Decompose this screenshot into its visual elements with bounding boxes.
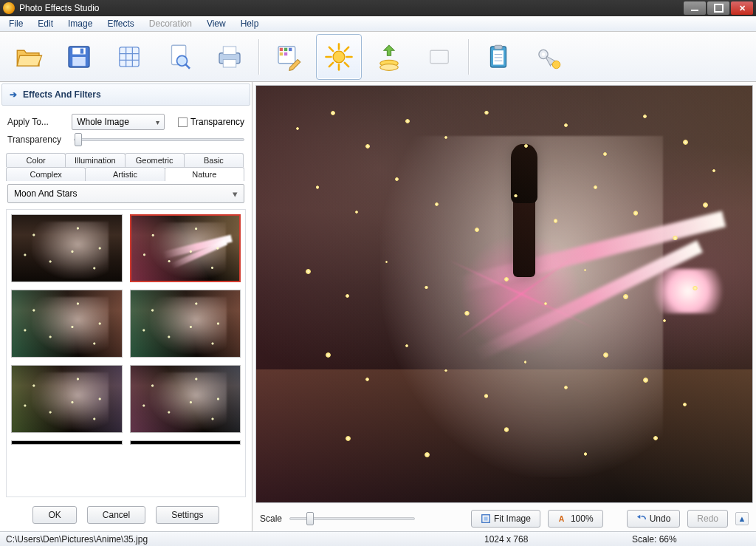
close-button[interactable]	[731, 1, 753, 15]
effect-thumb-2[interactable]	[130, 214, 241, 282]
settings-button[interactable]: Settings	[156, 506, 219, 524]
effect-preset-select[interactable]: Moon And Stars	[7, 184, 244, 203]
preview-canvas[interactable]	[255, 85, 753, 503]
menu-view[interactable]: View	[199, 17, 233, 30]
menu-effects[interactable]: Effects	[100, 17, 141, 30]
fit-icon	[481, 513, 491, 524]
arrow-right-icon: ➔	[10, 89, 17, 100]
apply-to-label: Apply To...	[7, 117, 64, 127]
scale-slider[interactable]	[289, 517, 415, 520]
printer-icon	[214, 41, 245, 72]
svg-rect-39	[484, 516, 487, 520]
tab-complex[interactable]: Complex	[6, 167, 86, 181]
apply-to-select[interactable]: Whole Image	[72, 114, 165, 130]
menu-bar: File Edit Image Effects Decoration View …	[0, 16, 756, 32]
status-bar: C:\Users\Den\Pictures\Anime\35.jpg 1024 …	[0, 531, 756, 546]
svg-rect-16	[284, 52, 287, 55]
clipboard-icon	[483, 41, 514, 72]
open-button[interactable]	[6, 34, 52, 80]
layers-download-icon	[374, 41, 405, 72]
svg-rect-31	[495, 45, 503, 49]
save-button[interactable]	[56, 34, 102, 80]
tab-basic[interactable]: Basic	[184, 153, 244, 167]
transparency-label: Transparency	[7, 134, 66, 145]
effect-thumb-3[interactable]	[11, 290, 123, 358]
status-scale: Scale: 66%	[632, 534, 750, 545]
svg-line-24	[345, 47, 348, 50]
calendar-pencil-icon	[273, 41, 304, 72]
clipboard-button[interactable]	[475, 34, 521, 80]
key-star-icon	[533, 41, 564, 72]
status-dimensions: 1024 x 768	[484, 534, 632, 545]
svg-rect-4	[120, 47, 139, 66]
minimize-button[interactable]	[684, 1, 706, 15]
preview-button[interactable]	[157, 34, 202, 80]
ok-button[interactable]: OK	[32, 506, 76, 524]
cancel-button[interactable]: Cancel	[87, 506, 145, 524]
svg-rect-3	[80, 48, 83, 53]
svg-point-17	[333, 51, 345, 63]
transparency-checkbox[interactable]: Transparency	[178, 117, 244, 127]
menu-file[interactable]: File	[1, 17, 30, 30]
hundred-percent-button[interactable]: A 100%	[548, 510, 603, 528]
app-title: Photo Effects Studio	[19, 3, 684, 13]
undo-button[interactable]: Undo	[627, 510, 681, 528]
print-button[interactable]	[207, 34, 252, 80]
transparency-slider[interactable]	[74, 138, 244, 141]
menu-image[interactable]: Image	[61, 17, 100, 30]
scale-label: Scale	[260, 513, 282, 524]
effect-thumb-6[interactable]	[130, 365, 241, 433]
preview-pane: Scale Fit Image A 100% Undo Redo ▲	[252, 82, 756, 531]
svg-rect-13	[284, 47, 287, 50]
tab-color[interactable]: Color	[6, 153, 66, 167]
effect-category-tabs: Color Illumination Geometric Basic Compl…	[6, 153, 246, 181]
panel-title: Effects And Filters	[23, 89, 101, 100]
effect-thumb-8-peek[interactable]	[130, 440, 241, 445]
menu-edit[interactable]: Edit	[30, 17, 61, 30]
menu-decoration[interactable]: Decoration	[142, 17, 199, 30]
text-a-icon: A	[557, 513, 568, 524]
collapse-up-button[interactable]: ▲	[735, 512, 749, 525]
preview-controls: Scale Fit Image A 100% Undo Redo ▲	[252, 506, 756, 531]
svg-line-25	[329, 62, 333, 66]
effect-thumb-5[interactable]	[11, 365, 123, 433]
blank-button[interactable]	[416, 34, 462, 80]
page-zoom-icon	[164, 41, 195, 72]
tab-artistic[interactable]: Artistic	[85, 167, 165, 181]
svg-rect-14	[289, 47, 292, 50]
svg-point-36	[542, 52, 545, 55]
effect-thumb-4[interactable]	[130, 290, 241, 358]
svg-rect-10	[223, 59, 236, 67]
svg-rect-28	[430, 50, 449, 64]
fit-image-button[interactable]: Fit Image	[471, 510, 540, 528]
undo-icon	[636, 513, 647, 524]
svg-rect-12	[280, 47, 283, 50]
redo-button[interactable]: Redo	[687, 510, 728, 528]
effects-panel: ➔ Effects And Filters Apply To... Whole …	[0, 82, 252, 531]
svg-point-37	[552, 61, 560, 69]
svg-text:A: A	[559, 514, 565, 523]
maximize-button[interactable]	[707, 1, 729, 15]
key-button[interactable]	[526, 34, 571, 80]
panel-header: ➔ Effects And Filters	[1, 83, 250, 106]
effect-thumbnails[interactable]	[6, 209, 246, 497]
collage-button[interactable]	[106, 34, 152, 80]
title-bar: Photo Effects Studio	[0, 0, 756, 16]
tab-illumination[interactable]: Illumination	[65, 153, 125, 167]
tab-nature[interactable]: Nature	[165, 167, 244, 181]
effect-thumb-1[interactable]	[11, 214, 123, 282]
layers-button[interactable]	[366, 34, 412, 80]
basic-edit-button[interactable]	[266, 34, 312, 80]
svg-line-22	[329, 47, 333, 50]
sun-icon	[323, 41, 354, 72]
svg-line-7	[185, 64, 190, 68]
svg-point-27	[380, 64, 399, 70]
main-toolbar	[0, 32, 756, 82]
app-icon	[3, 2, 15, 14]
effects-button[interactable]	[316, 34, 362, 80]
effect-thumb-7-peek[interactable]	[11, 440, 123, 445]
svg-rect-9	[223, 47, 236, 55]
tab-geometric[interactable]: Geometric	[125, 153, 185, 167]
menu-help[interactable]: Help	[233, 17, 267, 30]
blank-rect-icon	[424, 41, 455, 72]
